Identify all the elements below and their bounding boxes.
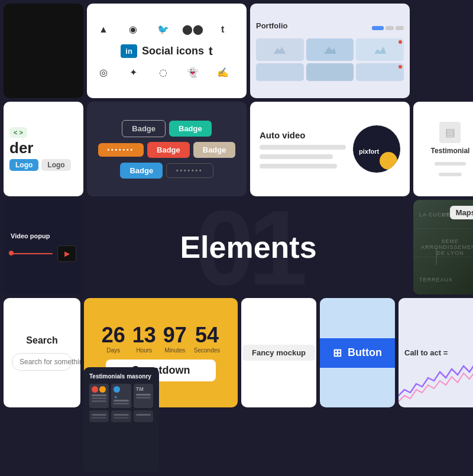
card-call-to-act: Call to act = xyxy=(399,298,473,407)
testimonial-icon: ▤ xyxy=(439,122,461,143)
countdown-seconds-num: 54 xyxy=(195,325,219,346)
search-input[interactable] xyxy=(20,358,80,366)
call-to-act-label: Call to act = xyxy=(404,348,448,357)
testimonials-masonry-label: Testimonials masonry xyxy=(89,373,153,380)
badge-red[interactable]: Badge xyxy=(147,142,190,158)
testimonial-label: Testimonial xyxy=(431,147,470,155)
badge-outline-1[interactable]: Badge xyxy=(122,120,166,137)
countdown-days-num: 26 xyxy=(102,325,125,346)
card-badges: Badge Badge ••••••• Badge Badge Badge ••… xyxy=(87,102,247,196)
row4-right: Fancy mockup ⊞ Button xyxy=(241,298,395,407)
card-testimonials-masonry: Testimonials masonry ▲ TM xyxy=(83,367,159,472)
tm-line xyxy=(136,394,151,396)
tm-line xyxy=(114,400,128,401)
portfolio-tab-1[interactable] xyxy=(385,26,394,30)
button-icon: ⊞ xyxy=(333,347,342,360)
tm-card-6 xyxy=(134,410,153,422)
countdown-hours: 13 Hours xyxy=(132,325,156,354)
social-icon-blogger: ✍ xyxy=(213,63,232,82)
fancy-mockup-label: Fancy mockup xyxy=(242,345,315,361)
countdown-minutes-num: 97 xyxy=(163,325,187,346)
slider-logo-blue: Logo xyxy=(9,159,38,171)
search-input-wrap[interactable]: 🔍 xyxy=(12,353,72,371)
portfolio-thumb-5 xyxy=(306,63,354,81)
card-elements: 01 Elements xyxy=(87,200,410,294)
social-icon-deviantart: ✦ xyxy=(124,63,142,82)
tm-card-4 xyxy=(89,410,109,422)
testimonials-masonry-grid-row2 xyxy=(89,410,153,422)
tm-icon-orange xyxy=(99,386,106,393)
tm-card-5 xyxy=(111,410,131,422)
elements-title: Elements xyxy=(180,229,316,265)
countdown-numbers: 26 Days 13 Hours 97 Minutes 54 Secondes xyxy=(102,325,221,354)
social-icon-arch: ▲ xyxy=(94,20,113,39)
card-social-icons: ▲ ◉ 🐦 ⬤⬤ t in Social icons t ◎ ✦ ◌ 👻 ✍ xyxy=(87,4,247,98)
card-testimonial: ▤ Testimonial xyxy=(413,102,473,196)
badge-dots[interactable]: ••••••• xyxy=(98,143,144,157)
row4-wrapper: Search 🔍 26 Days 13 Hours 97 Minutes xyxy=(4,298,473,407)
social-icon-tumblr: t xyxy=(213,20,232,39)
badge-dots-outline[interactable]: ••••••• xyxy=(166,163,213,178)
main-grid: ▲ ◉ 🐦 ⬤⬤ t in Social icons t ◎ ✦ ◌ 👻 ✍ xyxy=(0,0,473,476)
countdown-hours-lbl: Hours xyxy=(136,347,152,354)
slider-logo-grey: Logo xyxy=(41,159,70,171)
svg-marker-0 xyxy=(274,47,286,54)
tm-trademark: TM xyxy=(136,386,151,392)
button-label: Button xyxy=(348,347,382,359)
social-icon-linkedin: in xyxy=(121,44,137,58)
badge-blue[interactable]: Badge xyxy=(120,163,163,179)
card-search: Search 🔍 xyxy=(4,298,80,407)
social-icon-whatsapp: ◌ xyxy=(154,63,173,82)
portfolio-label: Portfolio xyxy=(256,21,287,30)
countdown-hours-num: 13 xyxy=(132,325,156,346)
card-button: ⊞ Button xyxy=(320,298,395,407)
countdown-seconds-lbl: Secondes xyxy=(194,347,220,354)
slider-code-badge: <> xyxy=(9,127,27,138)
svg-marker-2 xyxy=(374,47,386,54)
tm-icon-blue xyxy=(114,386,120,393)
social-icon-t2: t xyxy=(209,44,213,58)
social-icon-chrome: ◎ xyxy=(94,63,113,82)
maps-text-4: TERREAUX xyxy=(419,277,453,283)
video-popup-label: Video popup xyxy=(11,232,76,239)
card-auto-video: Auto video pixfort xyxy=(250,102,410,196)
card-video-preview xyxy=(4,4,83,98)
card-video-popup: Video popup ▶ xyxy=(4,200,83,294)
social-icon-snapchat: 👻 xyxy=(183,63,202,82)
social-icons-label: Social icons xyxy=(142,45,204,57)
badge-tan[interactable]: Badge xyxy=(193,142,236,158)
button-blue[interactable]: ⊞ Button xyxy=(320,338,395,368)
testimonials-masonry-grid: ▲ TM xyxy=(89,384,153,408)
tm-card-2: ▲ xyxy=(111,384,131,408)
portfolio-tab-active[interactable] xyxy=(372,26,384,30)
pixfort-label: pixfort xyxy=(359,148,379,155)
countdown-seconds: 54 Secondes xyxy=(194,325,220,354)
card-maps: LA CUCHERE L'INDUSTRIE 6EME ARRONDISSEME… xyxy=(413,200,473,294)
portfolio-tab-2[interactable] xyxy=(396,26,404,30)
portfolio-thumb-2 xyxy=(306,38,354,61)
badge-green[interactable]: Badge xyxy=(169,121,212,137)
social-icon-flickr: ⬤⬤ xyxy=(183,20,202,39)
countdown-minutes: 97 Minutes xyxy=(163,325,187,354)
svg-marker-1 xyxy=(324,47,336,54)
auto-video-label: Auto video xyxy=(260,130,346,140)
auto-video-thumb: pixfort xyxy=(353,125,400,173)
card-portfolio: Portfolio xyxy=(250,4,410,98)
tm-triangle: ▲ xyxy=(114,394,128,399)
card-empty-top xyxy=(413,4,473,98)
tm-line xyxy=(92,397,106,399)
tm-icon-red xyxy=(92,386,98,393)
tm-card-3: TM xyxy=(134,384,153,408)
tm-line xyxy=(136,397,151,399)
portfolio-thumb-3 xyxy=(356,38,404,61)
countdown-days-lbl: Days xyxy=(106,347,120,354)
video-play-btn[interactable]: ▶ xyxy=(57,245,76,262)
tm-line xyxy=(114,403,128,404)
maps-text-3: 6EME ARRONDISSEMENT DE LYON xyxy=(421,238,473,256)
card-slider: <> der Logo Logo xyxy=(4,102,83,196)
portfolio-thumb-4 xyxy=(256,63,304,81)
social-icon-dribbble: ◉ xyxy=(124,20,142,39)
countdown-minutes-lbl: Minutes xyxy=(164,347,185,354)
tm-line xyxy=(92,400,106,402)
search-title: Search xyxy=(12,335,72,346)
